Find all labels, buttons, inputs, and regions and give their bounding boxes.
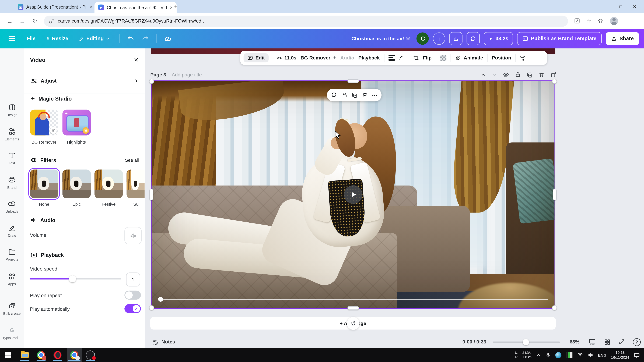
clock-widget[interactable]: 10:1816/11/2024 xyxy=(611,350,629,360)
position-button[interactable]: Position xyxy=(492,55,511,61)
grid-view-icon[interactable] xyxy=(604,338,611,345)
duplicate-icon[interactable] xyxy=(352,92,358,98)
resize-menu[interactable]: ♛ Resize xyxy=(46,36,68,41)
trim-button[interactable]: ✂ 11.0s xyxy=(277,54,296,61)
mute-button[interactable] xyxy=(124,227,142,244)
panel-close-icon[interactable] xyxy=(133,57,139,63)
zoom-slider[interactable] xyxy=(493,341,560,343)
resize-handle-se[interactable] xyxy=(552,305,557,310)
insights-icon[interactable] xyxy=(450,32,463,45)
resize-handle-sw[interactable] xyxy=(149,305,154,310)
filter-summer[interactable] xyxy=(126,169,144,198)
tray-expand-icon[interactable] xyxy=(536,353,541,358)
resize-handle-n[interactable] xyxy=(347,79,359,83)
filter-epic[interactable] xyxy=(62,169,91,198)
new-tab-button[interactable]: + xyxy=(174,3,178,9)
help-icon[interactable]: ? xyxy=(633,338,641,346)
obs-icon[interactable] xyxy=(84,349,96,361)
reload-icon[interactable]: ↻ xyxy=(32,17,37,25)
wifi-icon[interactable] xyxy=(577,352,583,358)
tray-recorder-icon[interactable] xyxy=(566,352,572,358)
add-page-icon[interactable] xyxy=(550,72,556,78)
more-options-icon[interactable]: ••• xyxy=(372,93,377,97)
redo-icon[interactable] xyxy=(142,35,149,42)
doc-title[interactable]: Christmas is in the air! ❄ xyxy=(352,36,410,41)
back-icon[interactable]: ← xyxy=(7,17,13,24)
sidebar-item-elements[interactable]: Elements xyxy=(0,127,24,141)
bookmark-star-icon[interactable]: ☆ xyxy=(586,18,591,24)
editing-mode-menu[interactable]: Editing xyxy=(79,36,110,41)
browser-menu-icon[interactable]: ⋮ xyxy=(624,18,630,24)
minimize-icon[interactable]: – xyxy=(606,4,609,9)
share-button[interactable]: Share xyxy=(606,32,639,45)
lock-icon[interactable] xyxy=(342,92,347,98)
extensions-icon[interactable] xyxy=(598,18,604,24)
edit-tab[interactable]: Edit xyxy=(244,53,268,62)
slider-knob[interactable] xyxy=(69,275,76,282)
playback-button[interactable]: Playback xyxy=(358,55,380,61)
sidebar-item-bulk-create[interactable]: Bulk create xyxy=(0,302,24,316)
resize-handle-ne[interactable] xyxy=(552,79,557,84)
url-text[interactable]: canva.com/design/DAGWgrT7RAc/8GR2X4u9Oyv… xyxy=(58,18,204,23)
forward-icon[interactable]: → xyxy=(19,17,26,24)
scrubber-handle[interactable] xyxy=(158,297,163,302)
add-member-button[interactable]: + xyxy=(433,32,446,44)
tab-close-icon[interactable]: ✕ xyxy=(170,5,173,9)
play-on-repeat-toggle[interactable] xyxy=(124,291,141,300)
bg-remover-button[interactable]: BG Remover ♛ xyxy=(300,55,336,61)
language-indicator[interactable]: ENG xyxy=(598,353,606,357)
start-button[interactable] xyxy=(2,349,14,361)
sidebar-item-brand[interactable]: co Brand xyxy=(0,176,24,190)
tab-asapguide[interactable]: ▣ AsapGuide (Presentation) - Pre ✕ xyxy=(14,2,96,12)
duplicate-page-icon[interactable] xyxy=(526,72,533,78)
sidebar-item-typegradient[interactable]: G TypeGradi... xyxy=(0,326,24,340)
fullscreen-icon[interactable] xyxy=(618,339,625,345)
filter-none[interactable] xyxy=(30,169,58,198)
file-menu[interactable]: File xyxy=(27,36,36,41)
play-automatically-toggle[interactable]: ✓ xyxy=(124,304,141,313)
notification-center-icon[interactable] xyxy=(634,352,640,358)
send-tab-icon[interactable] xyxy=(574,18,580,24)
sidebar-item-apps[interactable]: Apps xyxy=(0,272,24,286)
delete-page-icon[interactable] xyxy=(538,72,544,78)
corner-rounding-icon[interactable] xyxy=(399,55,404,61)
adjust-levels-icon[interactable] xyxy=(388,55,394,61)
tab-close-icon[interactable]: ✕ xyxy=(89,5,92,9)
move-page-up-icon[interactable] xyxy=(480,72,486,77)
chrome-profile1-icon[interactable] xyxy=(35,349,47,361)
play-button[interactable] xyxy=(344,185,362,204)
browser-profile-avatar[interactable] xyxy=(610,17,618,25)
publish-brand-template-button[interactable]: Publish as Brand Template xyxy=(517,32,602,45)
zoom-knob[interactable] xyxy=(523,339,529,345)
resize-handle-e[interactable] xyxy=(553,189,556,200)
tab-christmas[interactable]: ▶ Christmas is in the air! ❄ - Vid ✕ xyxy=(94,1,176,13)
resize-handle-nw[interactable] xyxy=(149,79,154,84)
zoom-level[interactable]: 63% xyxy=(570,339,580,345)
highlights-card[interactable]: ✦ ♛ xyxy=(62,110,91,135)
site-settings-icon[interactable] xyxy=(49,19,54,23)
volume-icon[interactable] xyxy=(588,352,594,358)
see-all-link[interactable]: See all xyxy=(125,158,139,162)
maximize-icon[interactable]: □ xyxy=(619,4,622,9)
copy-style-icon[interactable] xyxy=(520,55,526,61)
hide-page-icon[interactable] xyxy=(503,71,510,78)
flip-button[interactable]: Flip xyxy=(423,55,432,61)
filter-festive[interactable] xyxy=(94,169,123,198)
main-menu-icon[interactable] xyxy=(8,36,15,41)
sidebar-item-design[interactable]: Design xyxy=(0,103,24,117)
network-speed-widget[interactable]: U:2 kB/s D:1 kB/s xyxy=(515,351,532,359)
move-page-down-icon[interactable] xyxy=(492,72,497,77)
opera-icon[interactable] xyxy=(52,349,63,361)
lock-page-icon[interactable] xyxy=(515,72,521,78)
add-page-button[interactable]: + Add page xyxy=(150,317,556,330)
chrome-profile2-icon-active[interactable] xyxy=(68,349,80,361)
sidebar-item-draw[interactable]: Draw xyxy=(0,224,24,238)
file-explorer-icon[interactable] xyxy=(19,349,30,361)
adjust-row[interactable]: Adjust xyxy=(24,74,145,88)
present-duration-button[interactable]: 33.2s xyxy=(484,32,513,45)
comments-icon[interactable] xyxy=(467,32,480,45)
video-canvas[interactable]: ••• xyxy=(151,80,555,309)
close-icon[interactable]: ✕ xyxy=(633,4,637,9)
delete-icon[interactable] xyxy=(362,92,368,98)
video-speed-slider[interactable] xyxy=(30,278,121,280)
